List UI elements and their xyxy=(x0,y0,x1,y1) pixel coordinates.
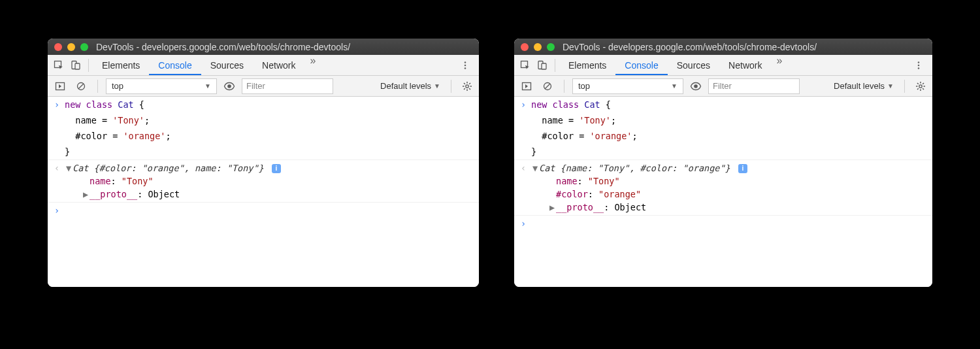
input-marker xyxy=(50,145,63,158)
info-icon[interactable]: i xyxy=(272,164,281,173)
tab-sources[interactable]: Sources xyxy=(668,55,719,75)
clear-console-icon[interactable] xyxy=(73,78,90,95)
svg-rect-2 xyxy=(75,63,80,69)
code-line: #color = 'orange'; xyxy=(63,129,476,142)
object-property[interactable]: ▶__proto__: Object xyxy=(65,188,476,201)
context-value: top xyxy=(112,81,123,91)
filter-input[interactable] xyxy=(708,78,800,94)
context-value: top xyxy=(578,81,590,91)
levels-value: Default levels xyxy=(380,81,431,91)
object-property[interactable]: #color: "orange" xyxy=(531,188,930,201)
levels-value: Default levels xyxy=(834,81,885,91)
svg-point-10 xyxy=(466,84,468,87)
svg-line-17 xyxy=(464,88,465,90)
log-levels-select[interactable]: Default levels▼ xyxy=(831,78,896,94)
svg-point-28 xyxy=(694,84,698,88)
titlebar: DevTools - developers.google.com/web/too… xyxy=(48,39,479,55)
gear-icon[interactable] xyxy=(459,81,475,91)
tab-elements[interactable]: Elements xyxy=(559,55,615,75)
clear-console-icon[interactable] xyxy=(539,78,556,95)
minimize-icon[interactable] xyxy=(67,43,75,51)
tab-console[interactable]: Console xyxy=(149,55,201,75)
device-icon[interactable] xyxy=(534,57,551,74)
svg-point-3 xyxy=(465,61,466,63)
svg-line-16 xyxy=(469,88,470,90)
svg-point-9 xyxy=(227,84,231,88)
filter-input[interactable] xyxy=(242,78,333,94)
svg-line-37 xyxy=(923,83,924,84)
console-output: › new class Cat { name = 'Tony'; #color … xyxy=(48,97,479,287)
close-icon[interactable] xyxy=(54,43,62,51)
inspect-icon[interactable] xyxy=(517,57,534,74)
input-marker xyxy=(50,129,63,142)
minimize-icon[interactable] xyxy=(534,43,542,51)
live-expression-icon[interactable] xyxy=(221,78,238,95)
input-marker: › xyxy=(50,98,63,111)
console-sidebar-icon[interactable] xyxy=(518,78,535,95)
code-line: new class Cat { xyxy=(530,98,930,111)
object-property[interactable]: ▶__proto__: Object xyxy=(531,201,930,214)
more-tabs-icon[interactable]: » xyxy=(771,55,787,75)
collapse-icon[interactable]: ▼ xyxy=(65,161,73,174)
output-marker: ‹ xyxy=(50,161,63,201)
svg-line-35 xyxy=(923,88,924,90)
info-icon[interactable]: i xyxy=(738,164,747,173)
svg-line-18 xyxy=(469,83,470,84)
input-marker xyxy=(50,114,63,127)
prompt-icon: › xyxy=(517,217,530,230)
devtools-window: DevTools - developers.google.com/web/too… xyxy=(514,39,932,287)
object-property[interactable]: name: "Tony" xyxy=(65,174,476,188)
inspect-icon[interactable] xyxy=(50,57,67,74)
input-marker: › xyxy=(517,98,530,111)
window-title: DevTools - developers.google.com/web/too… xyxy=(96,42,350,52)
tab-console[interactable]: Console xyxy=(615,55,667,75)
context-select[interactable]: top▼ xyxy=(572,78,683,94)
code-line: name = 'Tony'; xyxy=(63,114,476,127)
input-marker xyxy=(517,129,530,142)
console-sidebar-icon[interactable] xyxy=(52,78,69,95)
window-title: DevTools - developers.google.com/web/too… xyxy=(563,42,817,52)
gear-icon[interactable] xyxy=(913,81,928,91)
more-tabs-icon[interactable]: » xyxy=(304,55,321,75)
expand-icon[interactable]: ▶ xyxy=(548,201,556,214)
zoom-icon[interactable] xyxy=(547,43,555,51)
kebab-icon[interactable] xyxy=(907,61,930,70)
prompt-icon: › xyxy=(50,204,63,217)
kebab-icon[interactable] xyxy=(454,61,476,70)
svg-point-23 xyxy=(918,64,920,66)
chevron-down-icon: ▼ xyxy=(434,82,440,90)
input-marker xyxy=(517,114,530,127)
tab-sources[interactable]: Sources xyxy=(201,55,253,75)
svg-line-15 xyxy=(464,83,465,84)
svg-line-36 xyxy=(917,88,919,90)
output-marker: ‹ xyxy=(517,161,530,214)
tab-network[interactable]: Network xyxy=(719,55,771,75)
svg-line-27 xyxy=(545,84,550,89)
svg-line-8 xyxy=(78,84,84,89)
svg-rect-21 xyxy=(542,63,546,69)
console-input[interactable] xyxy=(63,204,476,217)
chevron-down-icon: ▼ xyxy=(671,82,678,90)
svg-point-4 xyxy=(465,64,466,66)
input-marker xyxy=(517,145,530,158)
collapse-icon[interactable]: ▼ xyxy=(531,161,539,174)
svg-point-5 xyxy=(465,67,466,69)
context-select[interactable]: top▼ xyxy=(106,78,217,94)
device-icon[interactable] xyxy=(67,57,84,74)
svg-line-34 xyxy=(917,83,919,84)
expand-icon[interactable]: ▶ xyxy=(82,188,90,201)
close-icon[interactable] xyxy=(521,43,529,51)
object-property[interactable]: name: "Tony" xyxy=(531,174,930,188)
devtools-window: DevTools - developers.google.com/web/too… xyxy=(48,39,479,287)
code-line: } xyxy=(63,145,476,158)
log-levels-select[interactable]: Default levels▼ xyxy=(378,78,443,94)
zoom-icon[interactable] xyxy=(80,43,88,51)
live-expression-icon[interactable] xyxy=(687,78,704,95)
console-output: › new class Cat { name = 'Tony'; #color … xyxy=(514,97,932,287)
tab-network[interactable]: Network xyxy=(253,55,304,75)
chevron-down-icon: ▼ xyxy=(204,82,211,90)
console-input[interactable] xyxy=(530,217,930,230)
svg-point-29 xyxy=(919,84,922,87)
svg-point-22 xyxy=(918,61,920,63)
tab-elements[interactable]: Elements xyxy=(93,55,149,75)
